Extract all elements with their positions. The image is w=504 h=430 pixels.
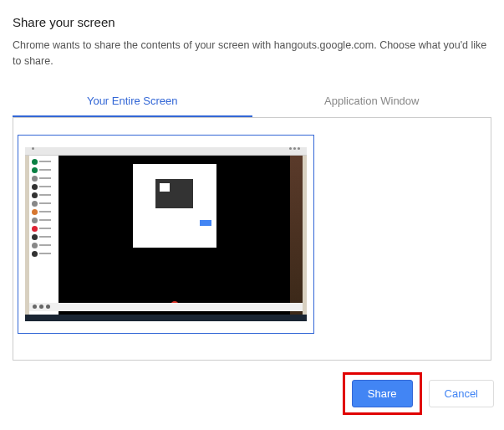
screen-preview [25, 147, 307, 321]
tab-application-window[interactable]: Application Window [252, 86, 492, 117]
annotation-highlight: Share [343, 372, 422, 415]
share-screen-dialog: Share your screen Chrome wants to share … [0, 0, 504, 361]
nested-dialog-preview [133, 164, 216, 248]
wallpaper-strip [290, 156, 303, 315]
share-button[interactable]: Share [352, 380, 413, 407]
dialog-description: Chrome wants to share the contents of yo… [13, 38, 491, 69]
browser-top-strip [29, 147, 303, 150]
cancel-button[interactable]: Cancel [429, 380, 494, 407]
dialog-footer: Share Cancel [0, 361, 504, 427]
tab-bar: Your Entire Screen Application Window [13, 86, 491, 118]
screen-thumbnail[interactable] [18, 135, 314, 334]
hangouts-sidebar [29, 156, 59, 315]
os-taskbar [25, 315, 307, 321]
tab-entire-screen[interactable]: Your Entire Screen [13, 86, 252, 117]
browser-body [29, 156, 303, 315]
dialog-title: Share your screen [13, 15, 491, 29]
participants-strip [29, 303, 303, 311]
content-panel [13, 118, 491, 361]
video-area [59, 156, 290, 315]
